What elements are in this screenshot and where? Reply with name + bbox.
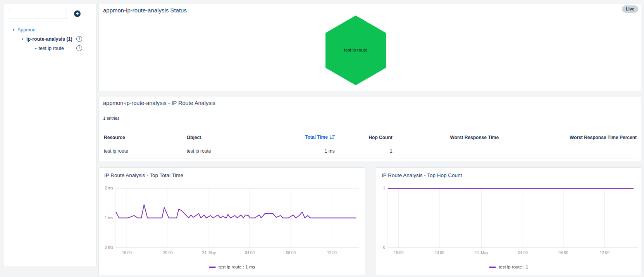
column-header-total-time[interactable]: Total Time: [263, 131, 336, 144]
chevron-down-icon[interactable]: ▼: [12, 28, 15, 32]
search-input[interactable]: [9, 9, 67, 19]
x-axis-tick-label: 20:00: [163, 251, 173, 255]
x-axis-tick-label: 04:00: [518, 251, 528, 255]
x-axis-tick-label: 24. May: [202, 251, 216, 255]
legend-label: test ip route : 1 ms: [219, 265, 255, 269]
info-icon[interactable]: i: [76, 36, 82, 42]
table-row[interactable]: test ip route test ip route 1 ms 1: [103, 144, 637, 158]
column-header-resource[interactable]: Resource: [103, 131, 186, 144]
cell-worst-response-time: [393, 144, 499, 158]
y-axis-tick-label: 1 ms: [105, 216, 113, 220]
tree-node-label[interactable]: Appmon: [17, 27, 36, 33]
x-axis-tick-label: 08:00: [286, 251, 296, 255]
status-panel: appmon-ip-route-analysis Status Live tes…: [98, 3, 641, 91]
x-axis-tick-label: 20:00: [434, 251, 444, 255]
series-line: [116, 205, 356, 218]
app-tree: ▼ Appmon ▼ ip-route-analysis (1) i • tes…: [3, 25, 96, 53]
tree-node-ip-route-analysis[interactable]: ▼ ip-route-analysis (1) i: [3, 34, 96, 44]
x-axis-tick-label: 04:00: [245, 251, 255, 255]
tree-node-label[interactable]: ip-route-analysis (1): [26, 36, 72, 42]
chevron-down-icon[interactable]: ▼: [21, 38, 24, 41]
live-badge[interactable]: Live: [622, 5, 638, 13]
column-header-worst-response-time-percent[interactable]: Worst Response Time Percent: [499, 131, 637, 144]
legend-label: test ip route : 1: [499, 265, 528, 269]
sidebar-search-row: +: [9, 9, 91, 19]
x-axis-tick-label: 12:00: [327, 251, 337, 255]
status-panel-title: appmon-ip-route-analysis Status: [103, 7, 187, 14]
cell-resource[interactable]: test ip route: [103, 144, 186, 158]
ip-route-analysis-table-panel: appmon-ip-route-analysis - IP Route Anal…: [98, 96, 641, 162]
results-table: Resource Object Total Time Hop Count Wor…: [103, 131, 637, 158]
table-header-row: Resource Object Total Time Hop Count Wor…: [103, 131, 637, 144]
bullet-icon: •: [35, 46, 37, 52]
x-axis-tick-label: 12:00: [600, 251, 610, 255]
column-header-worst-response-time[interactable]: Worst Response Time: [393, 131, 499, 144]
sort-descending-icon: [330, 135, 335, 141]
tree-node-test-ip-route[interactable]: • test ip route i: [3, 44, 96, 53]
cell-total-time: 1 ms: [263, 144, 336, 158]
info-icon[interactable]: i: [76, 45, 82, 51]
add-icon[interactable]: +: [74, 10, 81, 17]
cell-object: test ip route: [186, 144, 263, 158]
sidebar: + ▼ Appmon ▼ ip-route-analysis (1) i • t…: [3, 3, 96, 267]
y-axis-tick-label: 2 ms: [105, 186, 113, 190]
status-hexagon[interactable]: test ip route: [323, 13, 389, 88]
chart-legend[interactable]: test ip route : 1: [376, 265, 641, 269]
hexagon-label: test ip route: [323, 48, 389, 52]
x-axis-tick-label: 08:00: [558, 251, 568, 255]
tree-node-label[interactable]: test ip route: [39, 46, 64, 51]
hop-count-chart[interactable]: 16:0020:0024. May04:0008:0012:0010: [376, 168, 642, 258]
total-time-chart[interactable]: 16:0020:0024. May04:0008:0012:002 ms1 ms…: [99, 168, 366, 258]
hop-count-chart-panel: IP Route Analysis - Top Hop Count 16:002…: [376, 167, 641, 275]
column-header-hop-count[interactable]: Hop Count: [336, 131, 393, 144]
x-axis-tick-label: 16:00: [394, 251, 403, 255]
total-time-chart-panel: IP Route Analysis - Top Total Time 16:00…: [98, 167, 365, 275]
chart-legend[interactable]: test ip route : 1 ms: [99, 265, 365, 269]
table-panel-title: appmon-ip-route-analysis - IP Route Anal…: [103, 100, 215, 106]
x-axis-tick-label: 24. May: [474, 251, 488, 255]
legend-swatch: [489, 267, 496, 268]
cell-worst-response-time-percent: [499, 144, 637, 158]
x-axis-tick-label: 16:00: [122, 251, 132, 255]
tree-node-appmon[interactable]: ▼ Appmon: [3, 25, 96, 34]
column-header-object[interactable]: Object: [186, 131, 263, 144]
legend-swatch: [209, 267, 216, 268]
cell-hop-count: 1: [336, 144, 393, 158]
y-axis-tick-label: 0 ms: [105, 245, 113, 249]
y-axis-tick-label: 1: [383, 186, 385, 190]
entries-count: 1 entries: [103, 116, 119, 120]
y-axis-tick-label: 0: [383, 245, 385, 249]
